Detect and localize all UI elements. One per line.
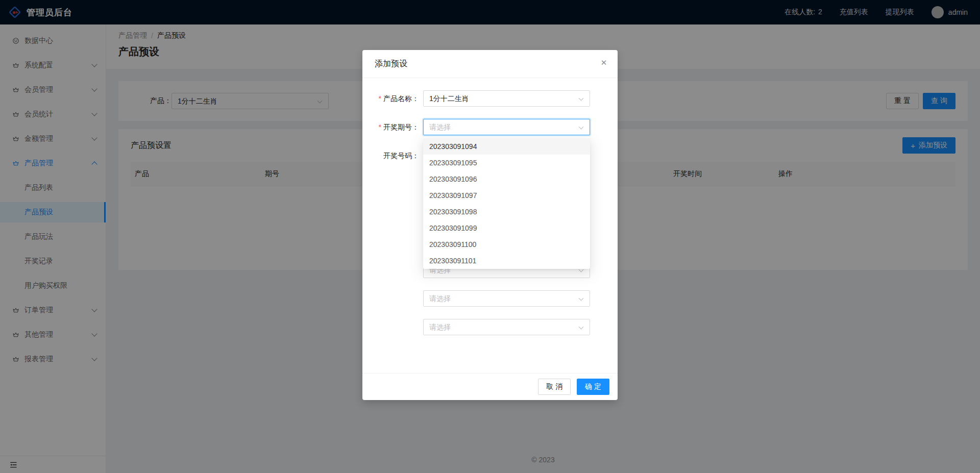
draw-period-label: *开奖期号： bbox=[375, 119, 423, 135]
draw-period-dropdown: 202303091094 202303091095 202303091096 2… bbox=[423, 138, 590, 269]
dropdown-option[interactable]: 202303091100 bbox=[423, 236, 590, 253]
chevron-down-icon bbox=[579, 96, 584, 101]
dropdown-option[interactable]: 202303091098 bbox=[423, 204, 590, 220]
product-name-select[interactable]: 1分十二生肖 bbox=[423, 90, 590, 107]
cancel-button[interactable]: 取 消 bbox=[538, 379, 571, 395]
chevron-down-icon bbox=[579, 125, 584, 130]
modal-title: 添加预设 bbox=[375, 59, 407, 68]
product-name-value: 1分十二生肖 bbox=[429, 94, 469, 103]
product-name-label: *产品名称： bbox=[375, 90, 423, 107]
form-row-product-name: *产品名称： 1分十二生肖 bbox=[375, 90, 605, 107]
modal-footer: 取 消 确 定 bbox=[362, 373, 618, 400]
dropdown-option[interactable]: 202303091101 bbox=[423, 253, 590, 269]
dropdown-option[interactable]: 202303091097 bbox=[423, 187, 590, 204]
dropdown-option[interactable]: 202303091099 bbox=[423, 220, 590, 236]
required-mark: * bbox=[379, 94, 381, 103]
draw-numbers-label: 开奖号码： bbox=[375, 147, 423, 347]
ok-button[interactable]: 确 定 bbox=[577, 379, 609, 395]
dropdown-option[interactable]: 202303091094 bbox=[423, 138, 590, 155]
draw-period-placeholder: 请选择 bbox=[429, 123, 451, 131]
form-row-draw-period: *开奖期号： 请选择 bbox=[375, 119, 605, 135]
close-icon[interactable]: ✕ bbox=[598, 57, 610, 69]
dropdown-option[interactable]: 202303091095 bbox=[423, 155, 590, 171]
chevron-down-icon bbox=[579, 296, 584, 301]
modal-header: 添加预设 ✕ bbox=[362, 50, 618, 78]
dropdown-option[interactable]: 202303091096 bbox=[423, 171, 590, 187]
required-mark: * bbox=[379, 123, 381, 131]
draw-number-select-6[interactable]: 请选择 bbox=[423, 290, 590, 307]
draw-number-select-7[interactable]: 请选择 bbox=[423, 319, 590, 335]
draw-period-select[interactable]: 请选择 bbox=[423, 119, 590, 135]
chevron-down-icon bbox=[579, 325, 584, 330]
